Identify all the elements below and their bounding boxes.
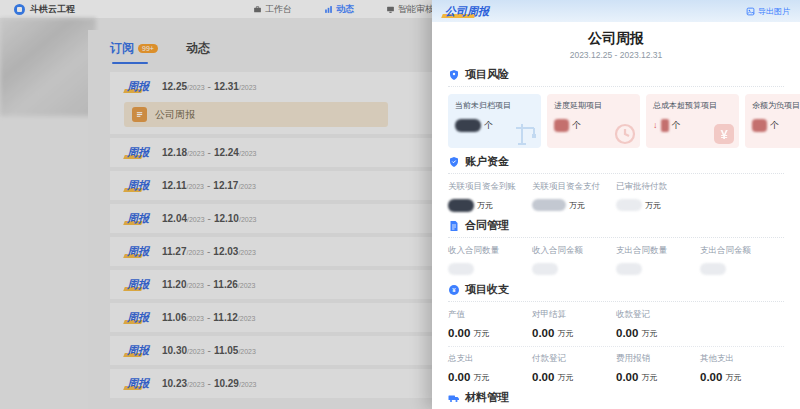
contract-stats: 收入合同数量收入合同金额支出合同数量支出合同金额 xyxy=(448,245,784,276)
nav-item-workbench[interactable]: 工作台 xyxy=(253,3,292,16)
stat-number: 0.00 xyxy=(616,371,638,383)
income-stats-row: 产值0.00万元对甲结算0.00万元收款登记0.00万元 xyxy=(448,309,784,340)
sep: - xyxy=(207,246,210,257)
nav-item-label: 智能审核 xyxy=(398,3,434,16)
stat-value: 0.00万元 xyxy=(616,370,700,384)
blurred-background-image xyxy=(0,18,96,116)
risk-card-title: 总成本超预算项目 xyxy=(653,100,732,111)
date-part: 12.17 xyxy=(213,180,238,191)
unit-suffix: 万元 xyxy=(473,328,489,339)
stat-label: 关联项目资金到账 xyxy=(448,181,532,193)
company-weekly-report-panel: 公司周报 导出图片 公司周报 2023.12.25 - 2023.12.31 项… xyxy=(432,0,800,409)
weekly-report-tag: 周报 xyxy=(124,244,152,259)
sep: - xyxy=(208,147,211,158)
stat-label: 其他支出 xyxy=(700,353,784,365)
redacted-value xyxy=(554,119,569,132)
monitor-icon xyxy=(386,5,395,14)
weekly-report-tag: 周报 xyxy=(124,211,152,226)
stat-label: 收款登记 xyxy=(616,309,700,321)
date-range: 12.04/2023-12.10/2023 xyxy=(162,213,256,224)
unit-suffix: 个 xyxy=(572,119,581,132)
date-range: 11.06/2023-11.12/2023 xyxy=(162,312,255,323)
stat-label: 付款登记 xyxy=(532,353,616,365)
yr: /2023 xyxy=(187,84,205,91)
stat: 其他支出0.00万元 xyxy=(700,353,784,384)
stat-label: 支出合同数量 xyxy=(616,245,700,257)
date-part: 11.06 xyxy=(162,312,186,323)
sep: - xyxy=(207,312,210,323)
nav-item-activity[interactable]: 动态 xyxy=(324,3,354,16)
section-title: 账户资金 xyxy=(465,154,509,169)
document-icon xyxy=(132,107,147,122)
app-logo[interactable]: 斗栱云工程 xyxy=(14,3,75,16)
section-material-management: 材料管理 采购订单数量0个采购订单金额0.00万元入库单金额0.00万元 xyxy=(448,390,784,409)
stat-value xyxy=(616,262,700,276)
date-part: 10.23 xyxy=(162,378,187,389)
sep: - xyxy=(207,180,210,191)
weekly-report-tag: 周报 xyxy=(124,343,152,358)
sep: - xyxy=(208,81,211,92)
yr: /2023 xyxy=(239,381,257,388)
tab-label: 订阅 xyxy=(110,40,134,57)
panel-body: 公司周报 2023.12.25 - 2023.12.31 项目风险 当前未归档项… xyxy=(432,22,800,409)
redacted-value xyxy=(700,263,726,275)
section-header: 账户资金 xyxy=(448,154,784,174)
sep: - xyxy=(208,378,211,389)
app-logo-text: 斗栱云工程 xyxy=(30,3,75,16)
sep: - xyxy=(208,213,211,224)
svg-text:¥: ¥ xyxy=(720,127,728,142)
date-part: 10.29 xyxy=(214,378,239,389)
date-part: 12.31 xyxy=(214,81,239,92)
yr: /2023 xyxy=(238,315,256,322)
date-part: 12.24 xyxy=(214,147,239,158)
nav-item-label: 动态 xyxy=(336,3,354,16)
yr: /2023 xyxy=(239,150,257,157)
stat-value xyxy=(700,262,784,276)
app-logo-icon xyxy=(14,4,25,15)
sep: - xyxy=(208,345,211,356)
section-title: 项目收支 xyxy=(465,282,509,297)
stat: 关联项目资金到账万元 xyxy=(448,181,532,212)
section-header: ¥ 项目收支 xyxy=(448,282,784,302)
stat-value: 万元 xyxy=(532,198,616,212)
section-project-risk: 项目风险 当前未归档项目个进度延期项目个总成本超预算项目↓个¥余额为负项目个¥ xyxy=(448,67,784,148)
stat-value xyxy=(448,262,532,276)
export-image-button[interactable]: 导出图片 xyxy=(746,6,790,17)
redacted-value xyxy=(448,263,474,275)
yr: /2023 xyxy=(186,249,204,256)
stat-label: 支出合同金额 xyxy=(700,245,784,257)
date-range: 12.25/2023-12.31/2023 xyxy=(162,81,256,92)
unit-suffix: 万元 xyxy=(557,372,573,383)
stat-label: 总支出 xyxy=(448,353,532,365)
stat: 收入合同数量 xyxy=(448,245,532,276)
weekly-report-tag: 周报 xyxy=(124,277,152,292)
unit-suffix: 万元 xyxy=(645,200,661,211)
date-part: 11.05 xyxy=(214,345,238,356)
export-label: 导出图片 xyxy=(758,6,790,17)
redacted-value xyxy=(752,119,767,132)
report-date-range: 2023.12.25 - 2023.12.31 xyxy=(448,50,784,60)
stat: 总支出0.00万元 xyxy=(448,353,532,384)
stat-label: 收入合同数量 xyxy=(448,245,532,257)
date-part: 12.18 xyxy=(162,147,187,158)
stat-value: 0.00万元 xyxy=(448,370,532,384)
unit-suffix: 万元 xyxy=(641,372,657,383)
tab-activity[interactable]: 动态 xyxy=(186,40,210,64)
date-range: 12.18/2023-12.24/2023 xyxy=(162,147,256,158)
sep: - xyxy=(207,279,210,290)
company-weekly-report-entry[interactable]: 公司周报 xyxy=(124,102,388,127)
yr: /2023 xyxy=(238,249,256,256)
stat: 收款登记0.00万元 xyxy=(616,309,700,340)
section-header: 项目风险 xyxy=(448,67,784,87)
report-entry-label: 公司周报 xyxy=(155,108,195,122)
panel-logo: 公司周报 xyxy=(442,4,492,19)
risk-card: 当前未归档项目个 xyxy=(448,94,541,148)
stat: 产值0.00万元 xyxy=(448,309,532,340)
yr: /2023 xyxy=(238,282,256,289)
stat-label: 收入合同金额 xyxy=(532,245,616,257)
shield-icon xyxy=(448,69,460,81)
section-title: 合同管理 xyxy=(465,218,509,233)
yen-circle-icon: ¥ xyxy=(448,284,460,296)
date-range: 10.30/2023-11.05/2023 xyxy=(162,345,256,356)
tab-subscriptions[interactable]: 订阅 99+ xyxy=(110,40,158,64)
